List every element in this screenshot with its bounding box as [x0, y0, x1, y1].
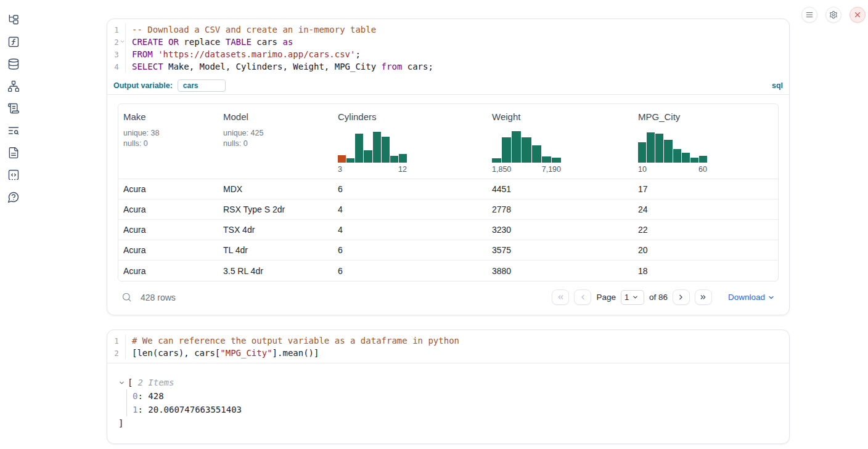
column-header-weight[interactable]: Weight 1,850 7,190	[487, 111, 633, 179]
dependency-graph-icon[interactable]	[7, 80, 20, 92]
histogram-axis-labels: 10 60	[638, 165, 707, 179]
column-header-cylinders[interactable]: Cylinders 3 12	[333, 111, 487, 179]
page-select[interactable]: 1	[621, 290, 644, 305]
sql-code-editor[interactable]: 1-- Download a CSV and create an in-memo…	[107, 19, 789, 76]
first-page-button[interactable]	[552, 289, 569, 305]
helper-sidebar	[0, 0, 27, 449]
logs-scroll-icon[interactable]	[7, 102, 20, 115]
download-button[interactable]: Download	[728, 293, 775, 302]
snippets-code-icon[interactable]	[7, 169, 20, 181]
hist-max-label: 7,190	[542, 165, 561, 174]
table-cell: TSX 4dr	[218, 225, 333, 235]
table-row[interactable]: AcuraRSX Type S 2dr4277824	[118, 200, 778, 220]
line-number-gutter: 4	[107, 60, 126, 73]
line-number: 1	[107, 336, 119, 346]
python-code-editor[interactable]: 1# We can reference the output variable …	[107, 330, 789, 363]
file-tree-icon[interactable]	[7, 14, 20, 26]
table-cell: 3230	[487, 225, 633, 235]
column-header-model[interactable]: Model unique: 425 nulls: 0	[218, 111, 333, 179]
histogram-bar	[647, 132, 655, 163]
output-variable-label: Output variable:	[113, 81, 173, 90]
next-page-button[interactable]	[673, 289, 690, 305]
column-header-make[interactable]: Make unique: 38 nulls: 0	[118, 111, 218, 179]
table-cell: MDX	[218, 184, 333, 194]
chevron-down-icon	[768, 294, 775, 301]
topbar-actions	[801, 7, 866, 23]
code-text: FROM 'https://datasets.marimo.app/cars.c…	[126, 49, 361, 59]
settings-gear-icon	[829, 10, 838, 19]
last-page-button[interactable]	[695, 289, 712, 305]
stat-unique: unique: 38	[123, 128, 213, 139]
table-cell: 3575	[487, 245, 633, 255]
histogram-bar	[512, 131, 521, 163]
tree-collapse-icon[interactable]	[118, 379, 125, 386]
table-row[interactable]: Acura3.5 RL 4dr6388018	[118, 261, 778, 281]
table-cell: 6	[333, 184, 487, 194]
function-square-icon[interactable]	[7, 36, 20, 48]
table-cell: Acura	[118, 266, 218, 276]
tree-item: 1: 20.060747663551403	[133, 403, 779, 416]
code-line[interactable]: 1-- Download a CSV and create an in-memo…	[107, 23, 789, 36]
table-cell: Acura	[118, 245, 218, 255]
histogram-bar	[364, 150, 372, 163]
output-variable-bar: Output variable: sql	[107, 76, 789, 95]
code-text: CREATE OR replace TABLE cars as	[126, 37, 293, 47]
fold-chevron-icon[interactable]	[120, 39, 125, 45]
code-line[interactable]: 4SELECT Make, Model, Cylinders, Weight, …	[107, 60, 789, 73]
code-line[interactable]: 1# We can reference the output variable …	[107, 334, 789, 347]
table-row[interactable]: AcuraTSX 4dr4323022	[118, 220, 778, 240]
tree-item-count: 2 Items	[137, 376, 174, 389]
output-variable-input[interactable]	[178, 79, 226, 92]
code-line[interactable]: 3FROM 'https://datasets.marimo.app/cars.…	[107, 48, 789, 60]
table-row[interactable]: AcuraTL 4dr6357520	[118, 240, 778, 261]
column-title: Weight	[492, 111, 628, 122]
database-icon[interactable]	[7, 58, 20, 70]
line-number-gutter: 2	[107, 347, 126, 359]
language-badge[interactable]: sql	[772, 81, 783, 90]
histogram-bar	[355, 134, 363, 163]
fold-chevron-icon	[120, 350, 125, 356]
search-icon[interactable]	[121, 292, 132, 302]
documentation-file-icon[interactable]	[7, 147, 20, 159]
code-text: # We can reference the output variable a…	[126, 336, 459, 346]
tree-item: 0: 428	[133, 389, 779, 403]
line-number: 4	[107, 62, 119, 71]
table-cell: Acura	[118, 184, 218, 194]
download-label: Download	[728, 293, 765, 302]
column-title: Cylinders	[338, 111, 482, 122]
table-row[interactable]: AcuraMDX6445117	[118, 179, 778, 200]
python-cell: 1# We can reference the output variable …	[107, 330, 790, 444]
line-number-gutter: 1	[107, 334, 126, 347]
histogram-bar	[502, 137, 511, 163]
table-cell: 2778	[487, 204, 633, 214]
shutdown-button[interactable]	[850, 7, 866, 23]
hist-max-label: 12	[398, 165, 407, 174]
column-stats: unique: 38 nulls: 0	[123, 128, 213, 148]
mpg-city-histogram	[638, 131, 707, 163]
code-line[interactable]: 2[len(cars), cars["MPG_City"].mean()]	[107, 347, 789, 359]
column-title: Make	[123, 111, 213, 122]
stat-nulls: nulls: 0	[223, 139, 328, 149]
hist-max-label: 60	[698, 165, 707, 174]
settings-button[interactable]	[825, 7, 841, 23]
code-line[interactable]: 2CREATE OR replace TABLE cars as	[107, 36, 789, 48]
histogram-axis-labels: 3 12	[338, 165, 407, 179]
column-header-mpg-city[interactable]: MPG_City 10 60	[633, 111, 778, 179]
row-count: 428 rows	[141, 293, 176, 302]
line-number: 1	[107, 25, 119, 34]
histogram-axis-labels: 1,850 7,190	[492, 165, 561, 179]
menu-button[interactable]	[801, 7, 817, 23]
histogram-bar	[699, 156, 707, 163]
page-total-label: of 86	[649, 293, 668, 302]
fold-chevron-icon	[120, 26, 125, 33]
page-select-value: 1	[624, 293, 629, 302]
histogram-bar	[338, 155, 346, 163]
shutdown-close-icon	[853, 10, 862, 19]
prev-page-button[interactable]	[574, 289, 591, 305]
histogram-bar	[373, 132, 381, 163]
histogram-bar	[346, 158, 354, 163]
line-number-gutter: 3	[107, 48, 126, 60]
help-question-icon[interactable]	[7, 191, 20, 203]
text-search-icon[interactable]	[7, 124, 20, 137]
menu-icon	[805, 10, 814, 19]
